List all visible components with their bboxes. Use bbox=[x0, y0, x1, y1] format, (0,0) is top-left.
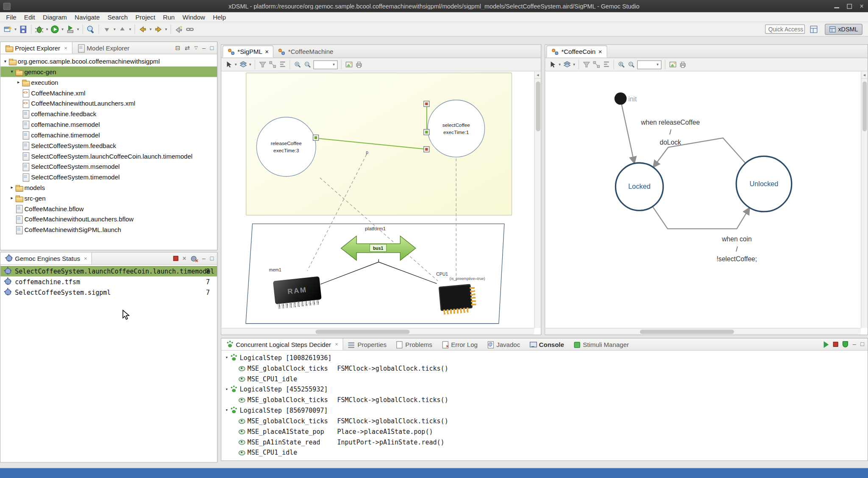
menu-diagram[interactable]: Diagram bbox=[39, 14, 71, 20]
maximize-view-icon[interactable]: □ bbox=[210, 255, 214, 261]
view-menu-icon[interactable]: ▽ bbox=[195, 46, 198, 50]
input-port[interactable] bbox=[423, 146, 429, 152]
zoom-in-icon[interactable] bbox=[616, 59, 626, 70]
debug-icon[interactable] bbox=[34, 24, 45, 35]
resume-icon[interactable] bbox=[824, 341, 829, 348]
tree-item-coffeemachine-bflow[interactable]: CoffeeMachine.bflow bbox=[0, 203, 217, 214]
previous-annotation-dropdown-icon[interactable]: ▾ bbox=[128, 27, 132, 31]
initial-transition[interactable] bbox=[622, 105, 634, 163]
layers-dropdown-icon[interactable]: ▾ bbox=[572, 62, 576, 67]
tree-item-scs-timemodel[interactable]: SelectCoffeeSystem.timemodel bbox=[0, 172, 217, 182]
minimize-view-icon[interactable]: – bbox=[202, 45, 206, 51]
tree-item-models[interactable]: ▸ models bbox=[0, 182, 217, 193]
logical-step-row[interactable]: ▾ LogicalStep [1008261936] bbox=[221, 352, 867, 363]
tab-problems[interactable]: Problems bbox=[391, 338, 437, 350]
mse-row[interactable]: MSE_globalClock_ticks FSMClock->globalCl… bbox=[221, 416, 867, 426]
palette-collapse-icon[interactable]: ◂ bbox=[861, 71, 867, 78]
run-icon[interactable] bbox=[49, 24, 60, 35]
tab-sigpml[interactable]: *SigPML × bbox=[223, 45, 274, 58]
link-with-editor-icon[interactable] bbox=[184, 24, 195, 35]
tree-item-scs-msemodel[interactable]: SelectCoffeeSystem.msemodel bbox=[0, 161, 217, 172]
tab-model-explorer[interactable]: Model Explorer bbox=[72, 42, 134, 53]
menu-run[interactable]: Run bbox=[159, 14, 178, 20]
export-image-icon[interactable] bbox=[668, 59, 678, 70]
mse-row[interactable]: MSE_placeA1State_pop Place->placeA1State… bbox=[221, 426, 867, 436]
data-link[interactable] bbox=[319, 139, 424, 149]
tree-item-project-root[interactable]: ▾ org.gemoc.sample.bcool.coffeemachinewi… bbox=[0, 56, 217, 67]
run-dropdown-icon[interactable]: ▾ bbox=[60, 27, 64, 31]
engine-row-timemodel[interactable]: SelectCoffeeSystem.launchCoffeeCoin.laun… bbox=[0, 266, 217, 277]
debug-dropdown-icon[interactable]: ▾ bbox=[45, 27, 49, 31]
input-port[interactable] bbox=[423, 129, 429, 135]
sigpml-canvas[interactable]: platform1 p bus1 releaseCoffee execTime:… bbox=[221, 71, 541, 334]
initial-state-node[interactable] bbox=[615, 92, 627, 105]
tree-item-execution[interactable]: ▸ execution bbox=[0, 77, 217, 88]
expander-icon[interactable]: ▾ bbox=[9, 69, 15, 74]
horizontal-scrollbar[interactable] bbox=[221, 328, 534, 335]
perspective-xdsml-button[interactable]: xDSML bbox=[825, 24, 862, 35]
mse-row[interactable]: MSE_CPU1_idle bbox=[221, 447, 867, 458]
expander-icon[interactable]: ▾ bbox=[224, 387, 230, 392]
tab-properties[interactable]: Properties bbox=[343, 338, 391, 350]
tab-gemoc-engines-status[interactable]: Gemoc Engines Status × bbox=[0, 253, 92, 264]
expander-icon[interactable]: ▸ bbox=[16, 80, 22, 85]
engine-row-sigpml[interactable]: SelectCoffeeSystem.sigpml 7 bbox=[0, 287, 217, 298]
close-tab-icon[interactable]: × bbox=[84, 255, 87, 261]
mse-row[interactable]: MSE_pA1inState_read InputPort->pA1inStat… bbox=[221, 436, 867, 447]
layers-icon[interactable] bbox=[238, 59, 248, 70]
scrollbar-thumb[interactable] bbox=[536, 81, 540, 131]
tree-item-feedback[interactable]: coffemachine.feedback bbox=[0, 109, 217, 119]
stop-engine-icon[interactable] bbox=[173, 256, 178, 261]
arrange-icon[interactable] bbox=[267, 59, 278, 70]
vertical-sash[interactable] bbox=[217, 42, 221, 463]
arrange-icon[interactable] bbox=[591, 59, 601, 70]
back-dropdown-icon[interactable]: ▾ bbox=[148, 27, 153, 31]
minimize-view-icon[interactable]: – bbox=[202, 255, 206, 261]
back-icon[interactable] bbox=[137, 24, 148, 35]
tree-item-coffeemachine-nolaunchers-bflow[interactable]: CoffeeMachinewithoutLaunchers.bflow bbox=[0, 214, 217, 224]
application-node-releasecoffee[interactable]: releaseCoffee execTime:3 bbox=[256, 117, 316, 177]
tree-item-msemodel[interactable]: coffemachine.msemodel bbox=[0, 119, 217, 130]
mse-row[interactable]: MSE_globalClock_ticks FSMClock->globalCl… bbox=[221, 394, 867, 405]
close-tab-icon[interactable]: × bbox=[265, 48, 269, 55]
tree-item-launch-config[interactable]: CoffeeMachinewithSigPML.launch bbox=[0, 224, 217, 235]
close-tab-icon[interactable]: × bbox=[335, 341, 338, 347]
previous-annotation-icon[interactable] bbox=[117, 24, 128, 35]
print-icon[interactable] bbox=[354, 59, 364, 70]
expander-icon[interactable]: ▾ bbox=[224, 408, 230, 413]
tree-item-coffeemachine-xml[interactable]: CoffeeMachine.xml bbox=[0, 87, 217, 98]
menu-project[interactable]: Project bbox=[131, 14, 159, 20]
tree-item-coffeemachine-nolaunchers-xml[interactable]: CoffeeMachinewithoutLaunchers.xml bbox=[0, 98, 217, 109]
layers-icon[interactable] bbox=[562, 59, 572, 70]
menu-help[interactable]: Help bbox=[209, 14, 230, 20]
menu-navigate[interactable]: Navigate bbox=[71, 14, 104, 20]
scrollbar-thumb[interactable] bbox=[315, 330, 409, 334]
horizontal-scrollbar[interactable] bbox=[545, 328, 861, 335]
close-tab-icon[interactable]: × bbox=[598, 48, 602, 55]
forward-dropdown-icon[interactable]: ▾ bbox=[164, 27, 168, 31]
stop-icon[interactable] bbox=[833, 342, 838, 347]
tree-item-scs-launch-timemodel[interactable]: SelectCoffeeSystem.launchCoffeeCoin.laun… bbox=[0, 151, 217, 161]
tree-item-src-gen[interactable]: ▸ src-gen bbox=[0, 193, 217, 204]
mse-row[interactable]: MSE_globalClock_ticks FSMClock->globalCl… bbox=[221, 363, 867, 374]
minimize-window-icon[interactable] bbox=[834, 4, 839, 8]
tree-item-timemodel[interactable]: coffemachine.timemodel bbox=[0, 130, 217, 140]
vertical-scrollbar[interactable]: ◂ bbox=[534, 71, 541, 328]
new-wizard-dropdown-icon[interactable]: ▾ bbox=[13, 27, 17, 31]
input-port[interactable] bbox=[423, 101, 429, 107]
zoom-level-select[interactable]: ▾ bbox=[637, 60, 661, 69]
next-annotation-dropdown-icon[interactable]: ▾ bbox=[112, 27, 117, 31]
external-tools-dropdown-icon[interactable]: ▾ bbox=[76, 27, 80, 31]
shield-icon[interactable] bbox=[843, 341, 848, 347]
transition-locked-to-unlocked[interactable] bbox=[653, 207, 750, 229]
minimize-view-icon[interactable]: – bbox=[853, 341, 856, 347]
memory-node[interactable]: RAM bbox=[273, 276, 322, 304]
align-icon[interactable] bbox=[601, 59, 611, 70]
zoom-out-icon[interactable] bbox=[302, 59, 312, 70]
zoom-level-select[interactable]: ▾ bbox=[313, 60, 337, 69]
last-edit-location-icon[interactable] bbox=[173, 24, 184, 35]
select-tool-dropdown-icon[interactable]: ▾ bbox=[557, 62, 562, 67]
menu-window[interactable]: Window bbox=[178, 14, 209, 20]
quick-access-input[interactable]: Quick Access bbox=[765, 24, 805, 34]
expander-icon[interactable]: ▾ bbox=[224, 355, 230, 360]
